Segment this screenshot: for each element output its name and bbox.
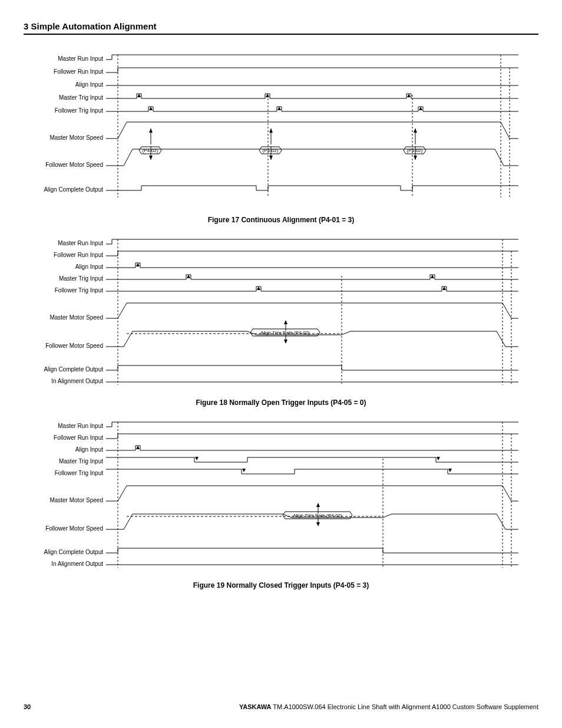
label-follower-run: Follower Run Input [54,434,103,441]
page-number: 30 [24,703,31,710]
label-master-speed: Master Motor Speed [49,134,103,141]
section-heading: 3 Simple Automation Alignment [24,21,538,35]
label-align-input: Align Input [75,263,103,270]
label-follower-speed: Follower Motor Speed [45,342,103,349]
figure-18: Master Run Input Follower Run Input Alig… [24,235,538,394]
footer-doc: TM.A1000SW.064 Electronic Line Shaft wit… [272,703,539,710]
figure-17-caption: Figure 17 Continuous Alignment (P4-01 = … [24,216,538,224]
label-align-trim: Align Trim Rate (P4-02) [293,513,342,518]
label-p402-1: (P4-02) [143,148,158,153]
label-in-alignment: In Alignment Output [51,378,103,384]
label-follower-run: Follower Run Input [54,252,103,258]
figure-18-caption: Figure 18 Normally Open Trigger Inputs (… [24,398,538,407]
figure-19: Master Run Input Follower Run Input Alig… [24,417,538,577]
label-align-input: Align Input [75,446,103,453]
figure-17: Master Run Input Follower Run Input Alig… [24,49,538,211]
footer-brand: YASKAWA [239,703,272,710]
label-follower-speed: Follower Motor Speed [45,525,103,532]
label-master-run: Master Run Input [58,240,103,246]
label-master-trig: Master Trig Input [59,275,103,282]
label-follower-speed: Follower Motor Speed [45,162,103,168]
label-master-trig: Master Trig Input [59,458,103,465]
label-p402-2: (P4-02) [263,148,279,153]
label-follower-trig: Follower Trig Input [55,107,103,114]
label-follower-trig: Follower Trig Input [55,287,103,294]
label-master-speed: Master Motor Speed [49,497,103,503]
label-master-speed: Master Motor Speed [49,314,103,321]
page-footer: 30 YASKAWA TM.A1000SW.064 Electronic Lin… [24,703,538,710]
label-in-alignment: In Alignment Output [51,561,103,567]
label-align-input: Align Input [75,81,103,88]
label-p402-3: (P4-02) [407,148,423,153]
label-master-run: Master Run Input [58,55,103,62]
label-follower-run: Follower Run Input [54,68,103,75]
label-master-run: Master Run Input [58,423,103,429]
figure-19-caption: Figure 19 Normally Closed Trigger Inputs… [24,581,538,589]
label-master-trig: Master Trig Input [59,94,103,101]
label-align-complete: Align Complete Output [44,549,103,555]
label-align-complete: Align Complete Output [44,366,103,373]
label-align-complete: Align Complete Output [44,186,103,193]
label-align-trim: Align Trim Rate (P4-02) [260,330,310,335]
label-follower-trig: Follower Trig Input [55,470,103,476]
